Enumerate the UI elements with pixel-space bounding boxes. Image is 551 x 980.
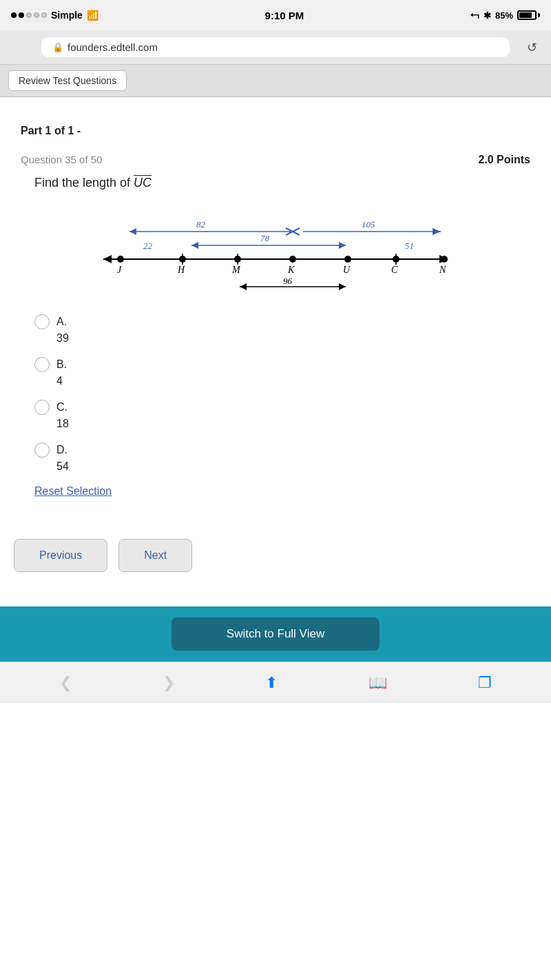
- svg-text:78: 78: [260, 233, 270, 243]
- number-line-diagram: J H M K U C N 22: [34, 211, 517, 307]
- question-text: Find the length of UC: [21, 176, 530, 190]
- choice-b-value: 4: [34, 375, 530, 387]
- svg-marker-35: [240, 283, 247, 290]
- choice-d-letter: D.: [56, 444, 67, 456]
- svg-marker-36: [339, 283, 346, 290]
- svg-text:M: M: [231, 265, 241, 275]
- signal-dot-3: [26, 12, 32, 18]
- radio-b[interactable]: [34, 357, 50, 372]
- url-bar: 🔒 founders.edtell.com ↺: [0, 30, 551, 65]
- share-button[interactable]: ⬆: [254, 668, 289, 697]
- choice-a: A. 39: [34, 314, 530, 345]
- signal-dot-1: [11, 12, 17, 18]
- radio-c[interactable]: [34, 400, 50, 415]
- svg-text:96: 96: [283, 276, 293, 286]
- bottom-bar: Switch to Full View: [0, 606, 551, 662]
- svg-point-3: [117, 256, 124, 263]
- choice-c-value: 18: [34, 418, 530, 430]
- carrier-label: Simple: [51, 10, 83, 21]
- answer-choices: A. 39 B. 4 C. 18 D. 54 Reset Sele: [21, 314, 530, 498]
- url-text: founders.edtell.com: [67, 41, 158, 53]
- nav-buttons: Previous Next: [0, 525, 551, 593]
- svg-marker-27: [433, 228, 441, 235]
- choice-d: D. 54: [34, 442, 530, 473]
- choice-c-letter: C.: [56, 401, 67, 414]
- svg-text:C: C: [391, 265, 398, 275]
- choice-a-value: 39: [34, 332, 530, 345]
- choice-a-letter: A.: [56, 316, 67, 328]
- browser-toolbar: ❮ ❯ ⬆ 📖 ❐: [0, 662, 551, 703]
- signal-dot-4: [34, 12, 39, 18]
- bluetooth-icon: ✱: [484, 10, 491, 21]
- question-number: Question 35 of 50: [21, 154, 102, 165]
- svg-marker-31: [339, 242, 346, 249]
- diagram-container: J H M K U C N 22: [21, 204, 530, 300]
- bookmarks-button[interactable]: 📖: [357, 668, 398, 697]
- signal-dots: [11, 12, 47, 18]
- status-left: Simple 📶: [11, 10, 98, 21]
- svg-marker-22: [129, 228, 136, 235]
- part-label: Part 1 of 1 -: [21, 125, 530, 137]
- svg-text:22: 22: [143, 241, 153, 251]
- reset-selection-button[interactable]: Reset Selection: [34, 485, 112, 498]
- url-field[interactable]: 🔒 founders.edtell.com: [41, 37, 510, 57]
- svg-marker-30: [191, 242, 198, 249]
- tab-bar: Review Test Questions: [0, 65, 551, 97]
- question-header: Question 35 of 50 2.0 Points: [21, 154, 530, 166]
- reload-button[interactable]: ↺: [527, 40, 537, 55]
- choice-b: B. 4: [34, 357, 530, 387]
- svg-point-18: [441, 256, 448, 263]
- review-tab[interactable]: Review Test Questions: [8, 70, 127, 91]
- svg-text:82: 82: [196, 219, 206, 229]
- wifi-icon: 📶: [87, 10, 98, 21]
- radio-d[interactable]: [34, 442, 50, 458]
- next-button[interactable]: Next: [118, 539, 192, 572]
- choice-b-letter: B.: [56, 358, 67, 371]
- forward-button[interactable]: ❯: [152, 668, 186, 697]
- question-points: 2.0 Points: [478, 154, 530, 166]
- status-bar: Simple 📶 9:10 PM ⮢ ✱ 85%: [0, 0, 551, 30]
- previous-button[interactable]: Previous: [14, 539, 107, 572]
- tabs-button[interactable]: ❐: [467, 668, 503, 697]
- svg-text:51: 51: [405, 241, 414, 251]
- question-prefix: Find the length of: [34, 176, 134, 190]
- svg-text:H: H: [177, 265, 185, 275]
- svg-text:J: J: [117, 265, 122, 275]
- battery-icon: [517, 10, 540, 20]
- choice-c: C. 18: [34, 400, 530, 430]
- switch-view-button[interactable]: Switch to Full View: [171, 617, 380, 651]
- svg-text:K: K: [287, 265, 295, 275]
- signal-dot-2: [19, 12, 24, 18]
- status-right: ⮢ ✱ 85%: [470, 10, 540, 21]
- svg-marker-1: [103, 255, 112, 263]
- status-time: 9:10 PM: [265, 10, 304, 21]
- back-button[interactable]: ❮: [48, 668, 83, 697]
- svg-point-13: [344, 256, 351, 263]
- svg-text:N: N: [439, 265, 446, 275]
- main-content: Part 1 of 1 - Question 35 of 50 2.0 Poin…: [0, 97, 551, 525]
- svg-point-11: [289, 256, 296, 263]
- location-icon: ⮢: [470, 10, 479, 21]
- question-segment: UC: [134, 176, 152, 190]
- svg-text:105: 105: [362, 219, 375, 229]
- radio-a[interactable]: [34, 314, 50, 329]
- choice-d-value: 54: [34, 460, 530, 473]
- svg-text:U: U: [343, 265, 351, 275]
- battery-percent: 85%: [495, 10, 513, 21]
- lock-icon: 🔒: [52, 42, 63, 52]
- signal-dot-5: [41, 12, 47, 18]
